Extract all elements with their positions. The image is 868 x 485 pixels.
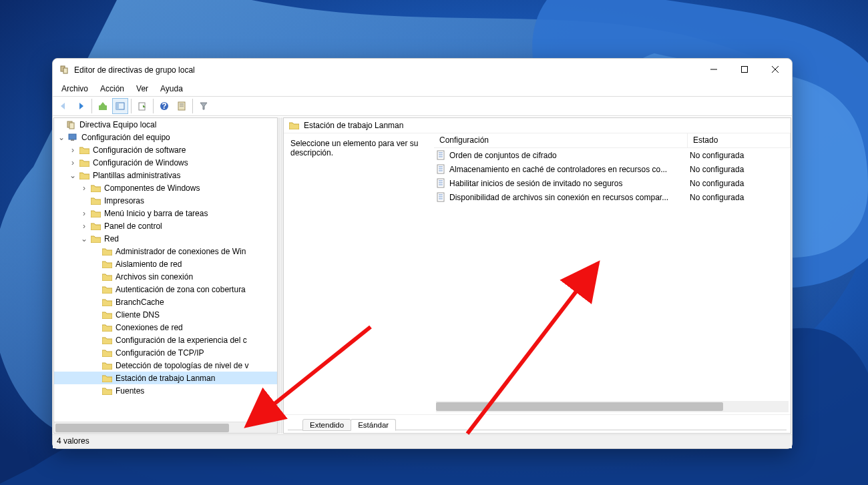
- tree-controlpanel[interactable]: › Panel de control: [54, 219, 277, 232]
- chevron-right-icon[interactable]: ›: [67, 145, 78, 155]
- show-tree-button[interactable]: [112, 98, 128, 114]
- maximize-button[interactable]: [729, 59, 760, 80]
- list-hscrollbar[interactable]: [436, 401, 789, 412]
- tree-computer-config[interactable]: ⌄ Configuración del equipo: [54, 131, 277, 143]
- description-text: Seleccione un elemento para ver su descr…: [290, 139, 430, 157]
- minimize-button[interactable]: [698, 59, 729, 80]
- gpedit-window: Editor de directivas de grupo local Arch…: [52, 58, 793, 449]
- setting-icon: [436, 164, 447, 175]
- description-column: Seleccione un elemento para ver su descr…: [284, 133, 434, 414]
- tree-startmenu[interactable]: › Menú Inicio y barra de tareas: [54, 207, 277, 219]
- toolbar: ?: [53, 96, 792, 116]
- folder-icon: [101, 386, 113, 396]
- folder-icon: [101, 246, 113, 257]
- help-button[interactable]: ?: [156, 98, 172, 114]
- titlebar[interactable]: Editor de directivas de grupo local: [53, 59, 792, 81]
- folder-icon: [101, 284, 113, 295]
- tree-printers[interactable]: Impresoras: [54, 194, 277, 207]
- tree-net-item[interactable]: Conexiones de red: [54, 321, 277, 334]
- close-button[interactable]: [760, 59, 791, 80]
- chevron-right-icon[interactable]: ›: [79, 221, 89, 231]
- tree-net-item[interactable]: Configuración de TCP/IP: [54, 346, 277, 359]
- up-button[interactable]: [95, 98, 111, 114]
- tabs: Extendido Estándar: [284, 414, 791, 433]
- list-item[interactable]: Almacenamiento en caché de controladores…: [434, 162, 791, 176]
- folder-icon: [101, 322, 113, 333]
- folder-icon: [78, 157, 90, 168]
- tree-software[interactable]: › Configuración de software: [54, 143, 277, 156]
- tree-windows[interactable]: › Configuración de Windows: [54, 156, 277, 169]
- tree-net-item[interactable]: Configuración de la experiencia del c: [54, 334, 277, 346]
- folder-icon: [101, 360, 113, 371]
- tree-network[interactable]: ⌄ Red: [54, 232, 277, 245]
- svg-rect-19: [71, 139, 74, 141]
- menu-action[interactable]: Acción: [94, 82, 130, 95]
- app-icon: [59, 65, 70, 75]
- tree-net-item[interactable]: Cliente DNS: [54, 308, 277, 321]
- folder-icon: [78, 170, 90, 181]
- chevron-down-icon[interactable]: ⌄: [79, 234, 89, 244]
- tree-net-item[interactable]: Administrador de conexiones de Win: [54, 245, 277, 258]
- tree-net-item[interactable]: Fuentes: [54, 384, 277, 397]
- svg-rect-18: [69, 134, 76, 139]
- tree-pane: Directiva Equipo local ⌄ Configuración d…: [53, 117, 278, 434]
- export-button[interactable]: [134, 98, 150, 114]
- chevron-right-icon[interactable]: ›: [79, 209, 89, 218]
- list-item[interactable]: Habilitar inicios de sesión de invitado …: [434, 176, 791, 190]
- list-item[interactable]: Disponibilidad de archivos sin conexión …: [434, 190, 791, 204]
- tree-root[interactable]: Directiva Equipo local: [54, 118, 277, 131]
- folder-icon: [89, 233, 101, 244]
- content-pane: Estación de trabajo Lanman Seleccione un…: [283, 117, 791, 434]
- tree-net-item[interactable]: BranchCache: [54, 296, 277, 308]
- folder-icon: [101, 297, 113, 308]
- setting-icon: [436, 150, 447, 161]
- tree-hscrollbar[interactable]: [54, 422, 277, 433]
- svg-rect-2: [63, 68, 67, 73]
- back-button: [55, 98, 71, 114]
- policy-icon: [65, 119, 77, 130]
- folder-icon: [101, 373, 113, 384]
- menubar: Archivo Acción Ver Ayuda: [53, 81, 792, 96]
- tree-templates[interactable]: ⌄ Plantillas administrativas: [54, 169, 277, 181]
- folder-icon: [78, 145, 90, 155]
- tab-extended[interactable]: Extendido: [302, 419, 351, 431]
- tree-net-item[interactable]: Autenticación de zona con cobertura: [54, 283, 277, 296]
- tree-net-item[interactable]: Aislamiento de red: [54, 258, 277, 270]
- folder-icon: [288, 120, 300, 131]
- folder-icon: [89, 208, 101, 219]
- chevron-down-icon[interactable]: ⌄: [67, 171, 78, 180]
- menu-help[interactable]: Ayuda: [154, 82, 189, 95]
- content-header: Estación de trabajo Lanman: [284, 118, 791, 133]
- svg-rect-7: [99, 105, 107, 110]
- column-state[interactable]: Estado: [688, 133, 791, 147]
- tree-components[interactable]: › Componentes de Windows: [54, 181, 277, 194]
- tree-net-item[interactable]: Detección de topologías de nivel de v: [54, 359, 277, 372]
- menu-file[interactable]: Archivo: [55, 82, 94, 95]
- svg-rect-17: [69, 123, 74, 129]
- menu-view[interactable]: Ver: [130, 82, 154, 95]
- svg-rect-9: [116, 103, 119, 109]
- properties-button[interactable]: [174, 98, 190, 114]
- column-config[interactable]: Configuración: [434, 133, 688, 147]
- forward-button[interactable]: [73, 98, 89, 114]
- filter-button[interactable]: [196, 98, 212, 114]
- svg-text:?: ?: [162, 101, 166, 111]
- tree-net-item[interactable]: Archivos sin conexión: [54, 270, 277, 283]
- tree[interactable]: Directiva Equipo local ⌄ Configuración d…: [54, 118, 277, 397]
- splitter[interactable]: [278, 117, 282, 434]
- setting-icon: [436, 192, 447, 203]
- tree-net-item[interactable]: Estación de trabajo Lanman: [54, 372, 277, 384]
- statusbar: 4 valores: [53, 434, 792, 448]
- folder-icon: [101, 348, 113, 358]
- chevron-right-icon[interactable]: ›: [79, 183, 89, 193]
- folder-icon: [101, 259, 113, 270]
- tab-standard[interactable]: Estándar: [351, 419, 396, 431]
- chevron-right-icon[interactable]: ›: [67, 158, 78, 167]
- list-item[interactable]: Orden de conjuntos de cifradoNo configur…: [434, 148, 791, 162]
- settings-list: Configuración Estado Orden de conjuntos …: [434, 133, 791, 414]
- chevron-down-icon[interactable]: ⌄: [56, 133, 67, 142]
- folder-icon: [101, 272, 113, 282]
- status-text: 4 valores: [57, 436, 89, 446]
- folder-icon: [89, 221, 101, 231]
- setting-icon: [436, 178, 447, 189]
